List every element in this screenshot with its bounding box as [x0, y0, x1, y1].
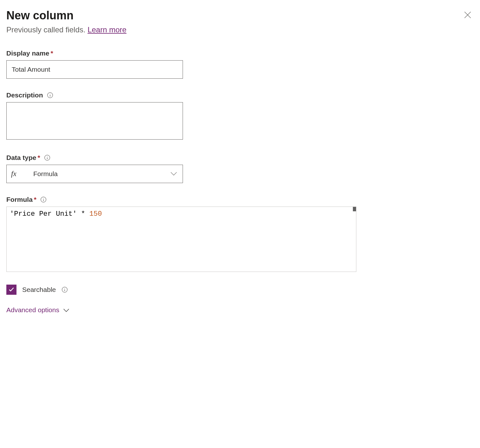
display-name-label-text: Display name	[6, 49, 49, 57]
advanced-options-label: Advanced options	[6, 306, 59, 314]
scrollbar-thumb[interactable]	[353, 207, 356, 211]
formula-editor[interactable]: 'Price Per Unit' * 150	[6, 207, 356, 272]
searchable-label: Searchable	[22, 286, 56, 293]
svg-point-10	[43, 198, 44, 199]
description-field-group: Description	[6, 91, 474, 141]
data-type-label: Data type*	[6, 154, 40, 161]
info-icon[interactable]	[62, 287, 68, 293]
learn-more-link[interactable]: Learn more	[88, 25, 126, 34]
panel-subtitle: Previously called fields. Learn more	[6, 25, 126, 34]
formula-token-operator: *	[81, 210, 85, 218]
advanced-options-toggle[interactable]: Advanced options	[6, 306, 474, 314]
data-type-field-group: Data type* fx Formula	[6, 154, 474, 183]
data-type-select[interactable]: fx Formula	[6, 165, 183, 183]
display-name-input[interactable]	[6, 60, 183, 79]
formula-field-group: Formula* 'Price Per Unit' * 150	[6, 196, 474, 272]
info-icon[interactable]	[44, 155, 50, 161]
searchable-checkbox[interactable]	[6, 285, 16, 295]
required-indicator: *	[38, 154, 40, 161]
display-name-label: Display name*	[6, 49, 474, 57]
searchable-row: Searchable	[6, 285, 474, 295]
svg-point-13	[65, 288, 65, 289]
formula-token-number: 150	[89, 210, 102, 218]
required-indicator: *	[34, 196, 36, 203]
description-input[interactable]	[6, 102, 183, 140]
display-name-field-group: Display name*	[6, 49, 474, 79]
formula-token-string: 'Price Per Unit'	[10, 210, 77, 218]
data-type-value: Formula	[33, 170, 58, 178]
formula-label-text: Formula	[6, 196, 33, 203]
panel-title: New column	[6, 9, 126, 22]
data-type-label-text: Data type	[6, 154, 36, 161]
close-icon	[464, 15, 472, 20]
svg-point-7	[47, 156, 48, 157]
formula-label: Formula*	[6, 196, 36, 203]
checkmark-icon	[8, 286, 15, 293]
chevron-down-icon	[63, 306, 69, 314]
fx-icon: fx	[11, 170, 16, 178]
required-indicator: *	[50, 49, 53, 57]
subtitle-text: Previously called fields.	[6, 25, 88, 34]
close-button[interactable]	[462, 9, 474, 22]
description-label: Description	[6, 91, 43, 99]
info-icon[interactable]	[40, 196, 47, 203]
info-icon[interactable]	[47, 92, 53, 98]
svg-point-4	[50, 94, 50, 95]
